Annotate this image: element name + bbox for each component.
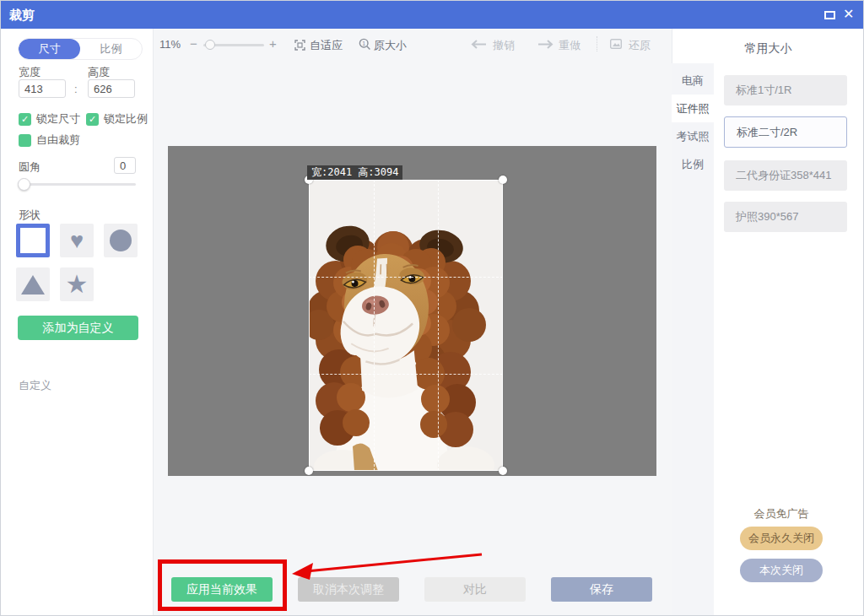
- custom-section-label: 自定义: [19, 378, 51, 393]
- slider-thumb[interactable]: [18, 178, 30, 191]
- free-crop-label: 自由裁剪: [36, 132, 80, 148]
- restore-button[interactable]: 还原: [629, 38, 651, 53]
- grid-line: [438, 180, 439, 471]
- crop-handle-bottom-left[interactable]: [305, 467, 313, 475]
- width-label: 宽度: [19, 65, 40, 80]
- zoom-in-icon[interactable]: +: [269, 36, 277, 51]
- undo-button[interactable]: 撤销: [493, 38, 515, 53]
- checkbox-checked-icon[interactable]: [86, 113, 99, 126]
- close-this-time-button[interactable]: 本次关闭: [740, 559, 823, 582]
- fit-screen-button[interactable]: 自适应: [310, 38, 343, 53]
- corner-radius-label: 圆角: [19, 159, 40, 175]
- redo-arrow-icon[interactable]: [537, 40, 554, 49]
- lock-ratio-checkbox[interactable]: 锁定比例: [86, 111, 148, 127]
- free-crop-checkbox[interactable]: 自由裁剪: [19, 132, 80, 148]
- checkbox-checked-icon[interactable]: [19, 113, 31, 126]
- shape-triangle[interactable]: [16, 267, 50, 301]
- redo-button[interactable]: 重做: [559, 38, 580, 53]
- size-option-passport[interactable]: 护照390*567: [724, 202, 847, 232]
- corner-radius-slider[interactable]: [19, 183, 136, 186]
- tab-exam-photo[interactable]: 考试照: [672, 122, 714, 150]
- titlebar: 裁剪 ✕: [1, 1, 864, 29]
- add-custom-button[interactable]: 添加为自定义: [18, 316, 138, 340]
- undo-arrow-icon[interactable]: [470, 40, 487, 49]
- grid-line: [309, 374, 503, 375]
- heart-icon: ♥: [70, 230, 84, 252]
- maximize-icon[interactable]: [824, 11, 835, 19]
- size-ratio-switch: 尺寸 比例: [18, 38, 143, 60]
- shape-circle[interactable]: [104, 224, 138, 257]
- tab-ratio-category[interactable]: 比例: [672, 150, 714, 178]
- triangle-icon: [21, 275, 45, 294]
- circle-icon: [110, 230, 132, 251]
- crop-handle-top-right[interactable]: [499, 176, 507, 184]
- restore-image-icon[interactable]: [610, 39, 622, 49]
- size-option-1r[interactable]: 标准1寸/1R: [724, 75, 847, 105]
- original-size-icon[interactable]: 1: [359, 38, 371, 51]
- size-option-id-card[interactable]: 二代身份证358*441: [724, 160, 847, 191]
- crop-border: [309, 180, 503, 471]
- zoom-slider[interactable]: [203, 44, 264, 46]
- shape-heart[interactable]: ♥: [60, 224, 94, 257]
- original-size-button[interactable]: 原大小: [374, 38, 407, 53]
- app-window: 裁剪 ✕ 尺寸 比例 宽度 高度 : 锁定尺寸 锁定比例 自由裁剪 圆角 形状 …: [0, 0, 864, 616]
- size-option-2r[interactable]: 标准二寸/2R: [724, 116, 847, 148]
- grid-line: [374, 180, 375, 471]
- crop-dimensions-badge: 宽:2041 高:3094: [307, 165, 402, 180]
- tab-ratio[interactable]: 比例: [80, 39, 142, 59]
- common-sizes-header: 常用大小: [672, 41, 864, 57]
- annotation-arrow: [288, 545, 486, 586]
- close-icon[interactable]: ✕: [843, 5, 854, 24]
- shape-label: 形状: [19, 208, 40, 223]
- member-permanent-close-button[interactable]: 会员永久关闭: [740, 527, 823, 550]
- crop-region[interactable]: [309, 180, 503, 471]
- window-title: 裁剪: [9, 1, 35, 29]
- toolbar-divider: [597, 36, 597, 51]
- shape-star[interactable]: ★: [60, 267, 94, 301]
- tab-size[interactable]: 尺寸: [19, 39, 80, 59]
- checkbox-icon[interactable]: [19, 134, 31, 147]
- shape-square[interactable]: [16, 224, 50, 257]
- height-input[interactable]: [88, 79, 135, 98]
- lock-size-label: 锁定尺寸: [36, 111, 80, 127]
- width-input[interactable]: [19, 79, 66, 98]
- corner-radius-input[interactable]: [114, 157, 136, 174]
- lock-ratio-label: 锁定比例: [104, 111, 148, 127]
- ratio-separator: :: [74, 83, 78, 95]
- svg-text:1: 1: [362, 41, 365, 46]
- fit-screen-icon[interactable]: [294, 40, 305, 51]
- save-button[interactable]: 保存: [551, 577, 652, 602]
- height-label: 高度: [88, 65, 110, 80]
- annotation-highlight-box: [158, 559, 287, 611]
- lock-size-checkbox[interactable]: 锁定尺寸: [19, 111, 80, 127]
- tab-id-photo[interactable]: 证件照: [672, 95, 714, 122]
- crop-handle-bottom-right[interactable]: [499, 467, 507, 475]
- grid-line: [309, 277, 503, 278]
- tab-ecommerce[interactable]: 电商: [672, 67, 714, 95]
- zoom-out-icon[interactable]: −: [190, 36, 197, 51]
- member-ad-free-label: 会员免广告: [714, 506, 849, 521]
- star-icon: ★: [66, 272, 89, 297]
- zoom-slider-thumb[interactable]: [205, 40, 215, 50]
- zoom-level: 11%: [159, 38, 181, 51]
